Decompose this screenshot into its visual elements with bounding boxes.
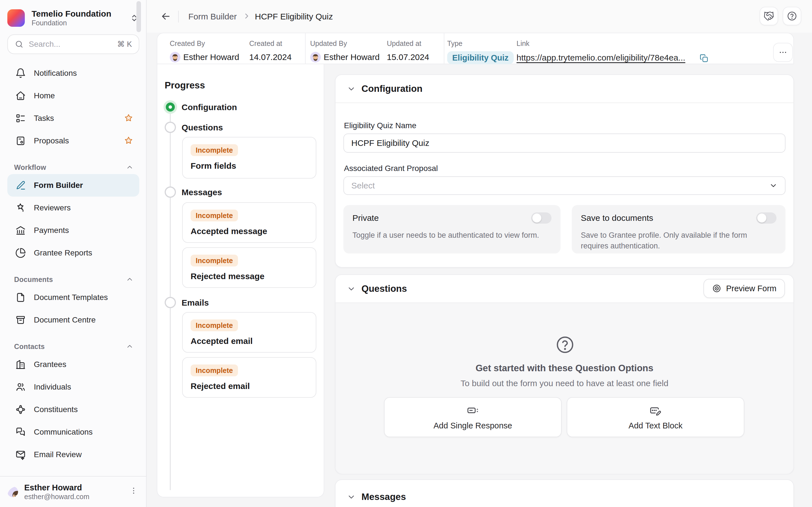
chevron-right-icon [243,12,251,20]
sidebar-item-email-review[interactable]: Email Review [7,443,139,466]
step-emails[interactable]: Emails [182,298,209,307]
progress-card-form-fields[interactable]: Incomplete Form fields [182,137,316,179]
progress-card-rejected-email[interactable]: Incomplete Rejected email [182,357,316,398]
private-toggle[interactable] [531,212,552,224]
questions-header[interactable]: Questions Preview Form [336,275,794,302]
progress-panel: Progress Configuration Questions Incompl… [157,64,324,497]
chevron-up-icon [126,276,134,283]
file-icon [15,292,26,303]
save-to-documents-toggle[interactable] [756,212,776,224]
section-contacts[interactable]: Contacts [7,340,139,353]
type-label: Type [447,40,462,48]
section-documents[interactable]: Documents [7,273,139,286]
chat-bubbles-icon [15,427,26,438]
back-button[interactable] [160,11,171,22]
avatar [310,52,321,62]
progress-card-accepted-email[interactable]: Incomplete Accepted email [182,312,316,353]
question-circle-icon [555,335,575,355]
sidebar-item-reviewers[interactable]: Reviewers [7,196,139,219]
link-label: Link [516,40,529,48]
divider [336,103,794,103]
quiz-name-label: Eligibility Quiz Name [344,121,416,130]
star-icon[interactable] [123,136,134,146]
section-workflow[interactable]: Workflow [7,161,139,174]
status-badge: Incomplete [191,320,238,331]
chevron-down-icon[interactable] [347,284,356,293]
org-logo [7,9,25,27]
sidebar-item-individuals[interactable]: Individuals [7,376,139,398]
text-block-icon [649,404,662,416]
updated-by-value: Esther Howard [324,52,379,62]
sidebar-item-grantee-reports[interactable]: Grantee Reports [7,242,139,264]
created-by-label: Created By [170,40,205,48]
user-card[interactable]: Esther Howard esther@howard.com [0,476,146,507]
help-button[interactable] [783,7,801,25]
private-description: Toggle if a user needs to be authenticat… [352,230,552,240]
search-box[interactable]: ⌘ K [7,34,139,54]
sidebar-item-payments[interactable]: Payments [7,219,139,242]
chevron-down-icon[interactable] [347,84,356,93]
updated-at-value: 15.07.2024 [387,52,429,62]
quiz-name-input[interactable] [343,133,785,153]
handshake-button[interactable] [760,7,778,25]
sidebar-item-communications[interactable]: Communications [7,421,139,443]
user-email: esther@howard.com [24,492,129,501]
app-window: Temelio Foundation Foundation ⌘ K Notifi… [0,0,812,507]
sidebar-scrollbar[interactable] [137,1,141,32]
breadcrumb-form-builder[interactable]: Form Builder [188,12,237,21]
step-configuration[interactable]: Configuration [182,103,237,112]
empty-state-title: Get started with these Question Options [336,363,794,374]
created-by-value: Esther Howard [183,52,239,62]
more-button[interactable] [773,43,793,62]
save-to-documents-setting: Save to documents Save to Grantee profil… [572,205,785,253]
step-questions[interactable]: Questions [182,123,223,132]
topbar: Form Builder HCPF Eligibility Quiz [147,0,812,33]
user-name: Esther Howard [24,483,129,492]
configuration-header[interactable]: Configuration [336,75,794,103]
divider [178,11,179,22]
sidebar-item-grantees[interactable]: Grantees [7,353,139,376]
sidebar-item-home[interactable]: Home [7,84,139,107]
mail-sparkle-icon [15,449,26,460]
proposal-label: Associated Grant Proposal [344,164,438,173]
search-icon [15,40,24,49]
search-input[interactable] [29,40,117,49]
messages-header[interactable]: Messages [336,480,794,507]
star-icon[interactable] [123,113,134,123]
building-icon [15,359,26,370]
copy-icon[interactable] [699,54,709,63]
step-indicator-configuration [163,100,177,114]
chevron-down-icon [769,181,777,190]
divider [305,33,306,64]
progress-card-accepted-message[interactable]: Incomplete Accepted message [182,202,316,243]
sidebar-item-document-centre[interactable]: Document Centre [7,309,139,331]
org-name: Temelio Foundation [32,9,129,18]
form-link[interactable]: https://app.trytemelio.com/eligibility/7… [516,53,686,62]
org-switcher[interactable]: Temelio Foundation Foundation [7,8,139,28]
pie-chart-icon [15,247,26,258]
user-menu-icon[interactable] [129,486,138,497]
avatar [7,487,18,497]
step-indicator-questions [165,122,176,133]
private-setting: Private Toggle if a user needs to be aut… [343,205,560,253]
single-response-icon [467,404,479,416]
add-text-block-button[interactable]: Add Text Block [567,397,744,437]
users-icon [15,382,26,392]
sidebar-item-proposals[interactable]: Proposals [7,129,139,152]
sidebar-item-tasks[interactable]: Tasks [7,107,139,129]
questions-panel: Questions Preview Form Get started with … [335,274,794,474]
preview-form-button[interactable]: Preview Form [703,279,785,298]
sidebar-item-form-builder[interactable]: Form Builder [7,174,139,196]
progress-card-rejected-message[interactable]: Incomplete Rejected message [182,247,316,288]
status-badge: Incomplete [191,210,238,221]
configuration-panel: Configuration Eligibility Quiz Name Asso… [335,74,794,268]
sidebar-item-document-templates[interactable]: Document Templates [7,286,139,309]
sidebar-item-constituents[interactable]: Constituents [7,398,139,421]
sidebar-item-notifications[interactable]: Notifications [7,62,139,84]
avatar [170,52,181,62]
step-messages[interactable]: Messages [182,187,222,197]
add-single-response-button[interactable]: Add Single Response [384,397,562,437]
proposal-select[interactable]: Select [343,176,785,195]
status-badge: Incomplete [191,255,238,267]
chevron-down-icon[interactable] [347,492,356,501]
